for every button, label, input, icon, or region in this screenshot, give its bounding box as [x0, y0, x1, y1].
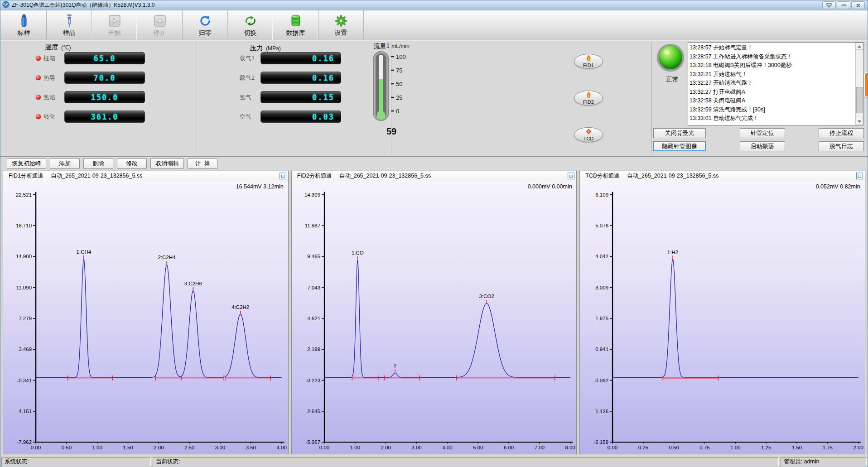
event-log[interactable]: 13:28:57 开始标气定量！13:28:57 工作站进入标样预备采集状态！1… — [688, 42, 863, 125]
svg-text:2:C2H4: 2:C2H4 — [158, 255, 176, 260]
svg-text:-2.645: -2.645 — [305, 409, 320, 414]
panel-button[interactable]: 隐藏针管图像 — [653, 141, 706, 151]
svg-text:4.00: 4.00 — [276, 445, 286, 450]
detector-label: TCD — [583, 136, 594, 141]
detector-label: FID2 — [583, 100, 594, 105]
svg-text:-0.092: -0.092 — [594, 378, 609, 383]
scroll-up-icon[interactable] — [856, 43, 863, 50]
scrollbar-thumb[interactable] — [856, 87, 863, 113]
scroll-down-icon[interactable] — [856, 118, 863, 125]
red-led-icon — [36, 114, 41, 119]
chart-panel-fid2: FID2分析通道 自动_265_2021-09-23_132856_5.ss 0… — [291, 171, 577, 454]
svg-text:2.00: 2.00 — [381, 445, 391, 450]
panel-button[interactable]: 启动振荡 — [740, 141, 785, 151]
svg-text:7.043: 7.043 — [307, 285, 320, 290]
detector-button-fid2[interactable]: FID2 — [574, 91, 603, 106]
minimize-button[interactable] — [837, 1, 850, 9]
admin-user-cell: 管理员: admin — [781, 457, 867, 467]
svg-text:1:H2: 1:H2 — [667, 250, 678, 255]
peak-edit-toolbar: 恢复初始峰添加删除修改取消编辑计 算 — [0, 157, 868, 170]
svg-text:3:CO2: 3:CO2 — [479, 294, 494, 299]
chart-channel-name: TCD分析通道 — [585, 172, 620, 180]
chromatogram-area: FID1分析通道 自动_265_2021-09-23_132856_5.ss 1… — [0, 170, 868, 456]
lcd-readout: 0.16 — [260, 72, 341, 84]
edit-toolbar-button[interactable]: 计 算 — [188, 159, 217, 169]
gas-cylinder-icon — [19, 14, 29, 28]
syringe-icon — [64, 14, 75, 28]
close-button[interactable] — [851, 1, 865, 9]
reset-arrow-icon — [199, 14, 212, 28]
panel-button[interactable]: 停止流程 — [819, 128, 864, 138]
toolbar-button-gas-cylinder[interactable]: 标样 — [1, 10, 47, 40]
svg-text:-1.126: -1.126 — [594, 409, 609, 414]
panel-button[interactable]: 关闭背景光 — [653, 128, 706, 138]
meter-label: 转化 — [43, 113, 64, 121]
chart-body: 0.052mV 0.82min6.1095.0764.0423.0091.975… — [580, 181, 865, 454]
panel-button[interactable]: 脱气日志 — [819, 141, 864, 151]
chromatogram-plot[interactable]: 0.052mV 0.82min6.1095.0764.0423.0091.975… — [580, 181, 865, 454]
svg-text:1:CH4: 1:CH4 — [77, 249, 92, 255]
maximize-chart-icon[interactable] — [568, 173, 574, 179]
toolbar-button-syringe[interactable]: 样品 — [47, 10, 92, 40]
svg-text:9.465: 9.465 — [307, 254, 320, 259]
event-log-scrollbar[interactable] — [855, 43, 863, 125]
svg-text:2.00: 2.00 — [854, 445, 863, 450]
chart-panel-tcd: TCD分析通道 自动_265_2021-09-23_132856_5.ss 0.… — [579, 171, 865, 454]
meter-label: 载气1 — [240, 54, 260, 63]
panel-button[interactable]: 针管定位 — [740, 128, 785, 138]
svg-text:0: 0 — [396, 108, 399, 115]
detector-button-fid1[interactable]: FID1 — [574, 54, 603, 69]
toolbar-button-gear[interactable]: 设置 — [318, 10, 364, 40]
maximize-chart-icon[interactable] — [856, 173, 863, 179]
detector-button-tcd[interactable]: TCD — [574, 127, 603, 142]
chromatogram-plot[interactable]: 0.000mV 0.00min14.30911.8879.4657.0434.6… — [292, 181, 577, 454]
chromatogram-plot[interactable]: 16.544mV 3.12min22.52118.71014.90011.090… — [3, 181, 288, 454]
chart-header: FID2分析通道 自动_265_2021-09-23_132856_5.ss — [292, 171, 577, 181]
chart-file-name: 自动_265_2021-09-23_132856_5.ss — [51, 172, 142, 180]
meter-label: 载气2 — [240, 74, 260, 82]
svg-text:14.309: 14.309 — [304, 192, 320, 197]
svg-text:75: 75 — [396, 67, 402, 74]
svg-text:1.00: 1.00 — [731, 445, 741, 450]
svg-text:2.199: 2.199 — [307, 347, 320, 352]
lcd-readout: 361.0 — [64, 111, 145, 123]
red-led-icon — [36, 95, 41, 100]
temperature-readouts: 柱箱65.0热导70.0氢焰150.0转化361.0 — [36, 52, 145, 130]
toolbar-button-switch-arrows[interactable]: 切换 — [228, 10, 273, 40]
svg-text:1.50: 1.50 — [123, 445, 133, 450]
svg-text:2: 2 — [394, 363, 396, 369]
svg-text:-0.223: -0.223 — [305, 378, 320, 383]
meter-label: 空气 — [240, 113, 260, 121]
waveform-globe-icon — [2, 1, 10, 10]
panel-divider — [651, 42, 652, 154]
side-panel-handle[interactable] — [864, 72, 868, 97]
toolbar-button-database[interactable]: 数据库 — [273, 10, 318, 40]
svg-text:50: 50 — [396, 81, 402, 87]
toolbar-button-reset-arrow[interactable]: 归零 — [183, 10, 228, 40]
edit-toolbar-button[interactable]: 取消编辑 — [150, 159, 184, 169]
svg-text:3.50: 3.50 — [246, 445, 256, 450]
shield-down-icon[interactable] — [822, 1, 836, 9]
system-status-lamp-label: 正常 — [654, 76, 690, 84]
svg-text:5.076: 5.076 — [596, 223, 609, 228]
panel-button-row: 关闭背景光针管定位停止流程 — [653, 128, 864, 138]
event-log-lines: 13:28:57 开始标气定量！13:28:57 工作站进入标样预备采集状态！1… — [690, 43, 854, 124]
flow-gauge-title: 流量1mL/min — [357, 42, 425, 50]
meter-row: 载气20.16 — [240, 72, 341, 84]
meter-row: 氢气0.15 — [240, 91, 341, 103]
log-line: 13:28:57 开始标气定量！ — [690, 43, 854, 53]
edit-toolbar-button[interactable]: 修改 — [117, 159, 147, 169]
flow-value: 59 — [357, 126, 425, 137]
lcd-readout: 65.0 — [64, 52, 145, 64]
edit-toolbar-button[interactable]: 恢复初始峰 — [7, 159, 46, 169]
maximize-chart-icon[interactable] — [280, 173, 286, 179]
window-title: ZF-301Q色谱工作站(301Q自动（绝缘油）K528.M)V3.1.3.0 — [12, 1, 822, 9]
edit-toolbar-button[interactable]: 删除 — [83, 159, 113, 169]
svg-text:7.00: 7.00 — [534, 445, 544, 450]
system-status-cell: 系统状态: — [1, 457, 151, 467]
svg-text:4.621: 4.621 — [307, 316, 320, 321]
edit-toolbar-button[interactable]: 添加 — [50, 159, 80, 169]
svg-text:2.00: 2.00 — [154, 445, 164, 450]
svg-text:5.00: 5.00 — [473, 445, 483, 450]
svg-text:11.887: 11.887 — [304, 223, 320, 228]
